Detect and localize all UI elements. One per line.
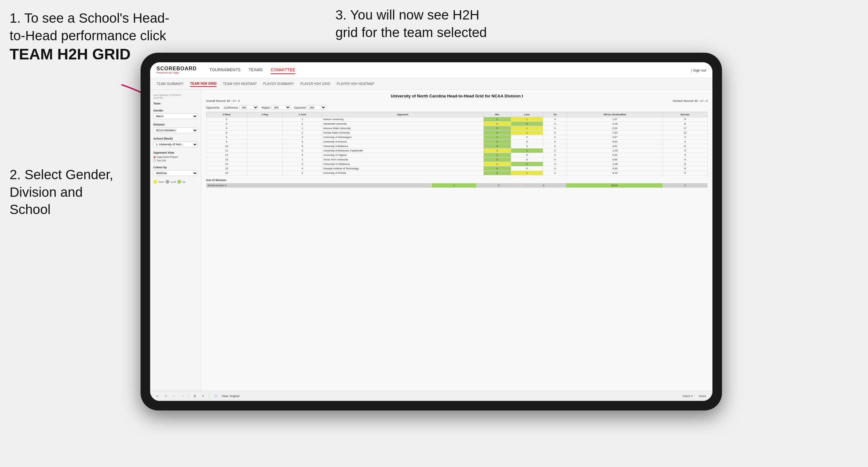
cell-rank: 4 bbox=[206, 126, 247, 131]
sub-nav: TEAM SUMMARY TEAM H2H GRID TEAM H2H HEAT… bbox=[150, 78, 712, 90]
tablet-screen: SCOREBOARD Powered by clippi TOURNAMENTS… bbox=[150, 62, 712, 401]
legend-down-dot bbox=[153, 180, 157, 184]
undo-button[interactable]: ↩ bbox=[155, 394, 160, 398]
cell-diff: 1.67 bbox=[567, 117, 663, 122]
cell-conf: 3 bbox=[283, 153, 322, 157]
crop-button[interactable]: ⊞ bbox=[192, 394, 197, 398]
bottom-toolbar: ↩ ↪ ← → ⊞ ✎ 🕐 View: Original Watch ▾ Sha… bbox=[150, 391, 712, 401]
sub-nav-team-h2h-grid[interactable]: TEAM H2H GRID bbox=[190, 81, 217, 87]
table-row: 14 2 University of Oklahoma 1 2 0 -1.00 … bbox=[206, 162, 708, 166]
cell-rank: 8 bbox=[206, 135, 247, 139]
cell-conf: 2 bbox=[283, 162, 322, 166]
cell-conf: 2 bbox=[283, 122, 322, 126]
col-win: Win bbox=[483, 112, 511, 117]
cell-loss: 0 bbox=[511, 157, 543, 162]
overall-record: Overall Record: 89 - 17 - 0 bbox=[206, 99, 240, 102]
sub-nav-player-h2h-grid[interactable]: PLAYER H2H GRID bbox=[300, 81, 330, 87]
cell-reg bbox=[247, 166, 283, 171]
col-conf: # Conf bbox=[283, 112, 322, 117]
cell-loss: 0 bbox=[511, 139, 543, 144]
sub-nav-team-summary[interactable]: TEAM SUMMARY bbox=[157, 81, 184, 87]
sub-nav-team-h2h-heatmap[interactable]: TEAM H2H HEATMAP bbox=[223, 81, 257, 87]
division-record: Division Record: 88 - 17 - 0 bbox=[673, 99, 708, 102]
cell-win: 1 bbox=[483, 162, 511, 166]
cell-rounds: 8 bbox=[662, 122, 707, 126]
cell-reg bbox=[247, 153, 283, 157]
out-division-row: NCAA Division II 1 0 0 26.00 3 bbox=[206, 183, 708, 188]
sub-nav-player-h2h-heatmap[interactable]: PLAYER H2H HEATMAP bbox=[337, 81, 374, 87]
clock-button[interactable]: 🕐 bbox=[212, 394, 219, 398]
cell-tie: 0 bbox=[543, 171, 567, 175]
cell-win: 1 bbox=[483, 139, 511, 144]
redo-button[interactable]: ↪ bbox=[163, 394, 168, 398]
cell-loss: 1 bbox=[511, 171, 543, 175]
color-legend: Down Level Up bbox=[153, 180, 198, 184]
table-row: 16 2 University of Florida 3 1 0 -6.42 9 bbox=[206, 171, 708, 175]
cell-opponent: University of Washington bbox=[322, 135, 483, 139]
opponent-filter-label: Opponent bbox=[294, 106, 306, 109]
cell-rank: 14 bbox=[206, 162, 247, 166]
cell-diff: -1.00 bbox=[567, 162, 663, 166]
cell-conf: 2 bbox=[283, 171, 322, 175]
cell-win: 4 bbox=[483, 131, 511, 135]
cell-rank: 12 bbox=[206, 153, 247, 157]
annotation-2: 2. Select Gender, Division and School bbox=[9, 166, 157, 218]
col-reg: # Reg bbox=[247, 112, 283, 117]
watch-button[interactable]: Watch ▾ bbox=[681, 394, 694, 398]
cell-reg bbox=[247, 131, 283, 135]
legend-level-dot bbox=[165, 180, 169, 184]
legend-level-label: Level bbox=[170, 181, 176, 183]
out-division-loss: 0 bbox=[476, 183, 521, 188]
division-select[interactable]: NCAA Division I bbox=[153, 127, 198, 133]
cell-rounds: 3 bbox=[662, 153, 707, 157]
sign-out-link[interactable]: | Sign out bbox=[691, 68, 706, 72]
radio-top100[interactable]: Top 100 bbox=[153, 159, 198, 162]
opponent-filter-select[interactable]: (All) bbox=[307, 105, 326, 110]
cell-loss: 0 bbox=[511, 153, 543, 157]
colour-select[interactable]: Win/loss bbox=[153, 170, 198, 176]
table-row: 3 2 Vanderbilt University 0 4 0 -2.29 8 bbox=[206, 122, 708, 126]
nav-teams[interactable]: TEAMS bbox=[249, 66, 263, 74]
cell-win: 0 bbox=[483, 149, 511, 153]
opponent-view-section: Opponent View Opponents Played Top 100 bbox=[153, 151, 198, 162]
cell-rounds: 9 bbox=[662, 157, 707, 162]
edit-button[interactable]: ✎ bbox=[200, 394, 206, 398]
nav-committee[interactable]: COMMITTEE bbox=[271, 66, 295, 74]
radio-2-label: Top 100 bbox=[157, 159, 166, 162]
cell-rounds: 12 bbox=[662, 131, 707, 135]
conf-filter-select[interactable]: (All) bbox=[239, 105, 258, 110]
grid-area: University of North Carolina Head-to-Hea… bbox=[201, 90, 712, 391]
cell-tie: 0 bbox=[543, 144, 567, 149]
school-select[interactable]: 1. University of Nort... bbox=[153, 142, 198, 147]
cell-tie: 0 bbox=[543, 153, 567, 157]
nav-tournaments[interactable]: TOURNAMENTS bbox=[210, 66, 241, 74]
legend-up-dot bbox=[177, 180, 181, 184]
cell-reg bbox=[247, 117, 283, 122]
back-button[interactable]: ← bbox=[172, 394, 177, 398]
share-button[interactable]: Share bbox=[698, 394, 708, 398]
cell-conf: 2 bbox=[283, 135, 322, 139]
sub-nav-player-summary[interactable]: PLAYER SUMMARY bbox=[263, 81, 294, 87]
logo-sub: Powered by clippi bbox=[157, 71, 197, 74]
region-filter-select[interactable]: (All) bbox=[272, 105, 291, 110]
cell-rounds: 9 bbox=[662, 117, 707, 122]
cell-rounds: 9 bbox=[662, 162, 707, 166]
radio-group: Opponents Played Top 100 bbox=[153, 156, 198, 162]
cell-rank: 3 bbox=[206, 122, 247, 126]
radio-opponents-played[interactable]: Opponents Played bbox=[153, 156, 198, 158]
colour-label: Colour by bbox=[153, 166, 198, 169]
cell-loss: 1 bbox=[511, 126, 543, 131]
legend-up-label: Up bbox=[182, 181, 185, 183]
cell-reg bbox=[247, 162, 283, 166]
cell-tie: 0 bbox=[543, 157, 567, 162]
cell-opponent: Georgia Institute of Technology bbox=[322, 166, 483, 171]
cell-rounds: 3 bbox=[662, 135, 707, 139]
cell-opponent: University of Florida bbox=[322, 171, 483, 175]
toolbar-right: Watch ▾ Share bbox=[681, 394, 708, 398]
gender-select[interactable]: Men's bbox=[153, 114, 198, 119]
cell-win: 3 bbox=[483, 171, 511, 175]
out-division-tie: 0 bbox=[521, 183, 566, 188]
cell-rank: 6 bbox=[206, 131, 247, 135]
forward-button[interactable]: → bbox=[180, 394, 186, 398]
cell-opponent: University of Arizona bbox=[322, 139, 483, 144]
